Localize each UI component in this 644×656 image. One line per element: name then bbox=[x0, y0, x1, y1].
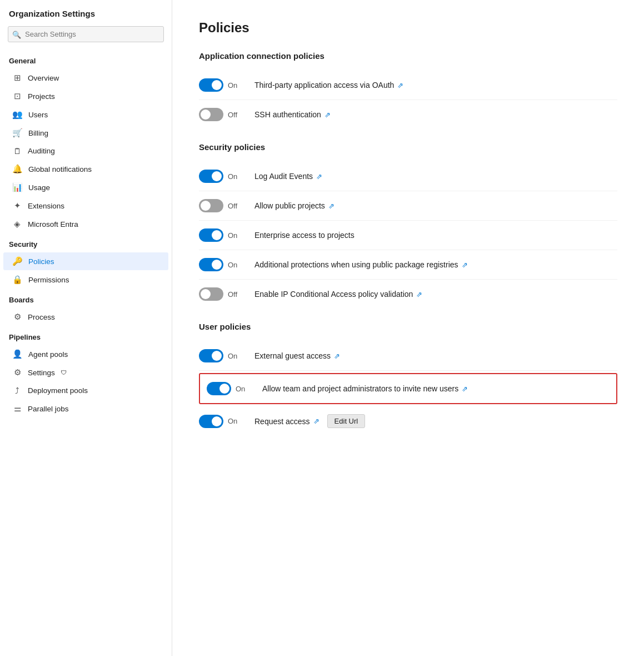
section-label-security: Security bbox=[0, 233, 172, 252]
toggle-slider-ip-conditional bbox=[199, 287, 223, 301]
policy-label-log-audit: Log Audit Events bbox=[254, 172, 313, 181]
policy-text-package-registries: Additional protections when using public… bbox=[254, 260, 468, 269]
sidebar-item-label-auditing: Auditing bbox=[28, 147, 55, 155]
sidebar-item-label-microsoft-entra: Microsoft Entra bbox=[28, 220, 78, 228]
sidebar-item-label-billing: Billing bbox=[28, 129, 48, 137]
sidebar-item-auditing[interactable]: 🗒Auditing bbox=[3, 142, 168, 160]
extensions-icon: ✦ bbox=[12, 201, 22, 211]
sidebar-item-settings[interactable]: ⚙Settings🛡 bbox=[3, 364, 168, 381]
policy-label-invite-users: Allow team and project administrators to… bbox=[262, 384, 458, 393]
projects-icon: ⊡ bbox=[12, 91, 22, 101]
sidebar-item-permissions[interactable]: 🔒Permissions bbox=[3, 271, 168, 289]
toggle-log-audit[interactable] bbox=[199, 170, 223, 183]
policy-row-ssh: OffSSH authentication⇗ bbox=[199, 100, 617, 129]
policy-label-ssh: SSH authentication bbox=[254, 110, 321, 119]
search-box[interactable]: 🔍 bbox=[8, 26, 164, 42]
auditing-icon: 🗒 bbox=[12, 146, 22, 156]
sidebar-item-label-global-notifications: Global notifications bbox=[28, 165, 92, 173]
main-content: Policies Application connection policies… bbox=[172, 0, 644, 656]
toggle-state-enterprise-access: On bbox=[228, 231, 240, 240]
toggle-wrap-ssh: Off bbox=[199, 108, 243, 121]
link-icon-ssh[interactable]: ⇗ bbox=[325, 111, 331, 119]
link-icon-ip-conditional[interactable]: ⇗ bbox=[416, 290, 422, 299]
toggle-wrap-package-registries: On bbox=[199, 258, 243, 271]
link-icon-guest-access[interactable]: ⇗ bbox=[334, 352, 340, 360]
sidebar-item-deployment-pools[interactable]: ⤴Deployment pools bbox=[3, 382, 168, 399]
sidebar-item-users[interactable]: 👥Users bbox=[3, 106, 168, 123]
usage-icon: 📊 bbox=[12, 182, 23, 192]
policy-section-title-user: User policies bbox=[199, 322, 617, 331]
sidebar-item-label-parallel-jobs: Parallel jobs bbox=[28, 405, 69, 413]
policy-label-guest-access: External guest access bbox=[254, 351, 331, 360]
policy-row-enterprise-access: OnEnterprise access to projects bbox=[199, 221, 617, 250]
sidebar-item-billing[interactable]: 🛒Billing bbox=[3, 124, 168, 142]
sidebar-item-parallel-jobs[interactable]: ⚌Parallel jobs bbox=[3, 400, 168, 418]
policy-row-public-projects: OffAllow public projects⇗ bbox=[199, 191, 617, 221]
search-icon: 🔍 bbox=[12, 30, 21, 38]
section-label-general: General bbox=[0, 50, 172, 68]
sidebar-item-label-deployment-pools: Deployment pools bbox=[28, 386, 88, 395]
agent-pools-icon: 👤 bbox=[12, 349, 23, 359]
toggle-public-projects[interactable] bbox=[199, 199, 223, 212]
toggle-state-public-projects: Off bbox=[228, 202, 240, 210]
policy-label-oauth: Third-party application access via OAuth bbox=[254, 81, 394, 90]
policy-row-guest-access: OnExternal guest access⇗ bbox=[199, 341, 617, 371]
microsoft-entra-icon: ◈ bbox=[12, 219, 22, 229]
sidebar-item-agent-pools[interactable]: 👤Agent pools bbox=[3, 345, 168, 363]
link-icon-public-projects[interactable]: ⇗ bbox=[328, 202, 335, 210]
overview-icon: ⊞ bbox=[12, 73, 22, 83]
toggle-invite-users[interactable] bbox=[207, 382, 231, 395]
sidebar-item-usage[interactable]: 📊Usage bbox=[3, 178, 168, 196]
policy-text-enterprise-access: Enterprise access to projects bbox=[254, 231, 355, 240]
toggle-wrap-oauth: On bbox=[199, 78, 243, 92]
users-icon: 👥 bbox=[12, 110, 23, 120]
sidebar-item-policies[interactable]: 🔑Policies bbox=[3, 252, 168, 270]
sidebar-item-global-notifications[interactable]: 🔔Global notifications bbox=[3, 160, 168, 178]
policy-label-public-projects: Allow public projects bbox=[254, 201, 325, 210]
settings-icon: ⚙ bbox=[12, 367, 22, 377]
toggle-oauth[interactable] bbox=[199, 78, 223, 92]
toggle-wrap-log-audit: On bbox=[199, 170, 243, 183]
sidebar-item-extensions[interactable]: ✦Extensions bbox=[3, 197, 168, 215]
policy-row-log-audit: OnLog Audit Events⇗ bbox=[199, 162, 617, 191]
policy-text-log-audit: Log Audit Events⇗ bbox=[254, 172, 322, 181]
link-icon-invite-users[interactable]: ⇗ bbox=[462, 385, 468, 393]
policy-text-guest-access: External guest access⇗ bbox=[254, 351, 340, 360]
link-icon-request-access[interactable]: ⇗ bbox=[313, 417, 319, 425]
policy-row-invite-users: OnAllow team and project administrators … bbox=[207, 380, 610, 397]
toggle-ip-conditional[interactable] bbox=[199, 287, 223, 301]
policy-text-ip-conditional: Enable IP Conditional Access policy vali… bbox=[254, 290, 422, 299]
policy-section-security: Security policiesOnLog Audit Events⇗OffA… bbox=[199, 142, 617, 309]
toggle-request-access[interactable] bbox=[199, 415, 223, 428]
policy-row-oauth: OnThird-party application access via OAu… bbox=[199, 71, 617, 100]
link-icon-log-audit[interactable]: ⇗ bbox=[316, 172, 322, 181]
policy-section-app-connection: Application connection policiesOnThird-p… bbox=[199, 51, 617, 129]
toggle-state-package-registries: On bbox=[228, 261, 240, 269]
billing-icon: 🛒 bbox=[12, 128, 23, 138]
policy-label-enterprise-access: Enterprise access to projects bbox=[254, 231, 355, 240]
policy-text-public-projects: Allow public projects⇗ bbox=[254, 201, 335, 210]
sidebar-item-label-settings: Settings bbox=[28, 369, 55, 377]
toggle-guest-access[interactable] bbox=[199, 349, 223, 362]
toggle-package-registries[interactable] bbox=[199, 258, 223, 271]
policy-text-oauth: Third-party application access via OAuth… bbox=[254, 81, 403, 90]
link-icon-package-registries[interactable]: ⇗ bbox=[462, 261, 468, 269]
sidebar-item-microsoft-entra[interactable]: ◈Microsoft Entra bbox=[3, 215, 168, 233]
sidebar-item-label-projects: Projects bbox=[28, 92, 55, 101]
highlighted-row-invite-users: OnAllow team and project administrators … bbox=[199, 373, 617, 404]
toggle-enterprise-access[interactable] bbox=[199, 228, 223, 242]
link-icon-oauth[interactable]: ⇗ bbox=[397, 81, 403, 90]
sidebar: Organization Settings 🔍 General⊞Overview… bbox=[0, 0, 172, 656]
toggle-slider-ssh bbox=[199, 108, 223, 121]
toggle-state-request-access: On bbox=[228, 417, 240, 425]
edit-url-button-request-access[interactable]: Edit Url bbox=[327, 414, 366, 428]
sidebar-item-label-extensions: Extensions bbox=[28, 202, 64, 210]
toggle-state-oauth: On bbox=[228, 81, 240, 90]
sidebar-item-process[interactable]: ⚙Process bbox=[3, 308, 168, 326]
sidebar-item-projects[interactable]: ⊡Projects bbox=[3, 87, 168, 105]
sidebar-item-label-users: Users bbox=[28, 111, 48, 119]
org-title: Organization Settings bbox=[0, 0, 172, 23]
toggle-ssh[interactable] bbox=[199, 108, 223, 121]
search-input[interactable] bbox=[8, 26, 164, 42]
sidebar-item-overview[interactable]: ⊞Overview bbox=[3, 69, 168, 87]
